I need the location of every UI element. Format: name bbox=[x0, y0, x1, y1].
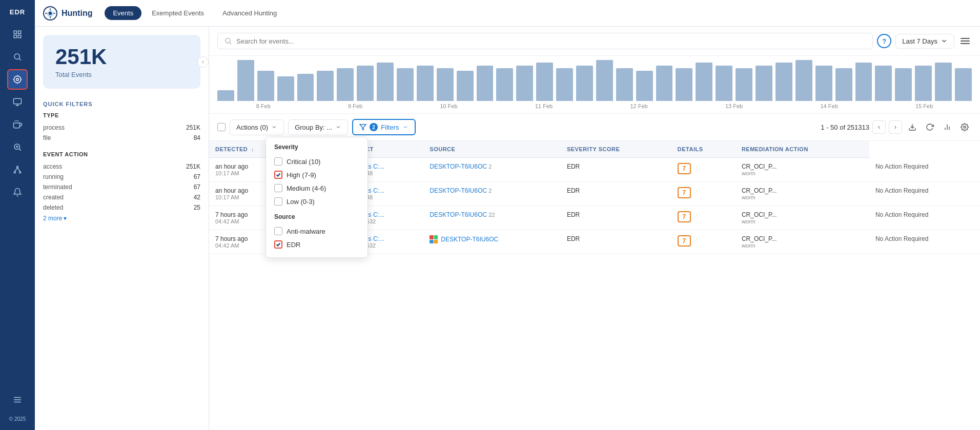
sidebar-item-network[interactable] bbox=[7, 159, 28, 180]
sidebar-item-settings[interactable] bbox=[7, 390, 28, 410]
search-icon bbox=[224, 37, 232, 45]
next-page-button[interactable]: › bbox=[889, 120, 902, 134]
filter-option-critical[interactable]: Critical (10) bbox=[274, 155, 359, 168]
edr-checkbox[interactable] bbox=[274, 240, 282, 249]
filter-option-low[interactable]: Low (0-3) bbox=[274, 195, 359, 208]
svg-line-25 bbox=[15, 168, 17, 172]
chart-bar bbox=[457, 71, 474, 101]
svg-point-22 bbox=[17, 166, 18, 168]
app-logo: Hunting bbox=[43, 6, 92, 21]
chart-bar bbox=[536, 63, 553, 101]
sidebar-item-search[interactable] bbox=[7, 47, 28, 67]
svg-point-24 bbox=[19, 172, 21, 173]
total-events-card: 251K Total Events ‹ bbox=[43, 35, 200, 89]
app-title: Hunting bbox=[62, 9, 92, 18]
filter-row-process[interactable]: process 251K bbox=[43, 122, 200, 133]
col-severity-score[interactable]: SEVERITY SCORE bbox=[561, 141, 671, 158]
edr-logo: EDR bbox=[10, 4, 25, 22]
hostname-link[interactable]: DESKTOP-T6IU6OC bbox=[441, 236, 498, 243]
medium-checkbox[interactable] bbox=[274, 184, 282, 192]
table-toolbar: Actions (0) Group By: ... 2 Filters Seve… bbox=[209, 114, 980, 141]
svg-point-31 bbox=[49, 12, 52, 15]
actions-button[interactable]: Actions (0) bbox=[230, 119, 284, 135]
detail-sub: worm bbox=[742, 170, 863, 176]
date-filter-dropdown[interactable]: Last 7 Days bbox=[895, 34, 954, 49]
sidebar-item-alerts[interactable] bbox=[7, 182, 28, 202]
score-badge: 7 bbox=[678, 163, 691, 174]
detail-sub: worm bbox=[742, 242, 863, 249]
filter-name-file: file bbox=[43, 134, 51, 141]
help-button[interactable]: ? bbox=[877, 34, 891, 48]
chevron-down-icon bbox=[941, 37, 948, 45]
chart-label: 14 Feb bbox=[821, 103, 838, 109]
search-input[interactable] bbox=[236, 37, 866, 45]
filter-name-created: created bbox=[43, 194, 64, 201]
select-all-checkbox[interactable] bbox=[217, 123, 226, 131]
filter-option-high[interactable]: High (7-9) bbox=[274, 168, 359, 181]
severity-section-label: Severity bbox=[274, 144, 359, 151]
svg-line-37 bbox=[230, 43, 231, 44]
download-icon bbox=[908, 123, 916, 131]
search-input-wrap[interactable] bbox=[217, 33, 873, 49]
svg-rect-1 bbox=[18, 31, 21, 33]
action-text: No Action Required bbox=[875, 163, 928, 170]
sidebar-item-hunting[interactable] bbox=[7, 69, 28, 90]
low-checkbox[interactable] bbox=[274, 197, 282, 206]
filter-row-deleted[interactable]: deleted 25 bbox=[43, 202, 200, 213]
chart-icon bbox=[943, 123, 951, 131]
chart-bar bbox=[217, 90, 234, 101]
filter-option-antimalware[interactable]: Anti-malware bbox=[274, 224, 359, 238]
filter-row-access[interactable]: access 251K bbox=[43, 161, 200, 172]
chart-bar bbox=[257, 71, 274, 101]
hostname-link[interactable]: DESKTOP-T6IU6OC bbox=[430, 163, 487, 170]
menu-button[interactable] bbox=[958, 36, 972, 46]
action-text: No Action Required bbox=[875, 235, 928, 242]
detail-main: CR_OCI_P... bbox=[742, 187, 863, 194]
cell-action: No Action Required bbox=[869, 206, 980, 230]
svg-point-23 bbox=[14, 172, 15, 173]
sidebar-item-investigate[interactable] bbox=[7, 137, 28, 157]
sidebar-item-blocks[interactable] bbox=[7, 92, 28, 112]
group-by-button[interactable]: Group By: ... bbox=[288, 119, 348, 135]
tab-exempted-events[interactable]: Exempted Events bbox=[144, 6, 212, 20]
sidebar-item-response[interactable] bbox=[7, 114, 28, 135]
tab-advanced-hunting[interactable]: Advanced Hunting bbox=[214, 6, 285, 20]
filter-option-medium[interactable]: Medium (4-6) bbox=[274, 181, 359, 195]
filter-option-edr[interactable]: EDR bbox=[274, 238, 359, 251]
antimalware-checkbox[interactable] bbox=[274, 227, 282, 235]
high-checkbox[interactable] bbox=[274, 171, 282, 179]
more-filters-link[interactable]: 2 more ▾ bbox=[43, 215, 200, 222]
hostname-link[interactable]: DESKTOP-T6IU6OC bbox=[430, 211, 487, 218]
col-details[interactable]: DETAILS bbox=[671, 141, 736, 158]
chart-bars bbox=[217, 60, 972, 101]
chart-button[interactable] bbox=[940, 120, 954, 134]
refresh-button[interactable] bbox=[923, 120, 937, 134]
source-text: EDR bbox=[567, 211, 580, 218]
svg-point-36 bbox=[226, 38, 230, 43]
col-remediation-action[interactable]: REMEDIATION ACTION bbox=[736, 141, 869, 158]
filter-row-running[interactable]: running 67 bbox=[43, 172, 200, 182]
prev-page-button[interactable]: ‹ bbox=[872, 120, 886, 134]
source-text: EDR bbox=[567, 187, 580, 194]
quick-filters-title: QUICK FILTERS bbox=[43, 101, 200, 107]
filter-row-file[interactable]: file 84 bbox=[43, 133, 200, 143]
settings-button[interactable] bbox=[957, 120, 972, 134]
sidebar-item-dashboard[interactable] bbox=[7, 24, 28, 45]
filter-row-created[interactable]: created 42 bbox=[43, 192, 200, 202]
left-panel: 251K Total Events ‹ QUICK FILTERS TYPE p… bbox=[35, 27, 209, 430]
tab-events[interactable]: Events bbox=[105, 6, 141, 20]
filters-button[interactable]: 2 Filters bbox=[352, 119, 415, 135]
chart-bar bbox=[556, 68, 573, 101]
critical-checkbox[interactable] bbox=[274, 157, 282, 166]
chart-label: 8 Feb bbox=[256, 103, 271, 109]
hostname-link[interactable]: DESKTOP-T6IU6OC bbox=[430, 187, 487, 194]
event-action-filter-section: EVENT ACTION access 251K running 67 term… bbox=[43, 151, 200, 222]
chart-bar bbox=[815, 66, 832, 101]
collapse-panel-button[interactable]: ‹ bbox=[197, 56, 209, 68]
detail-main: CR_OCI_P... bbox=[742, 235, 863, 242]
download-button[interactable] bbox=[905, 120, 920, 134]
chart-label: 13 Feb bbox=[725, 103, 743, 109]
filter-row-terminated[interactable]: terminated 67 bbox=[43, 182, 200, 192]
col-source[interactable]: SOURCE bbox=[423, 141, 561, 158]
sidebar: EDR © 2025 bbox=[0, 0, 35, 430]
